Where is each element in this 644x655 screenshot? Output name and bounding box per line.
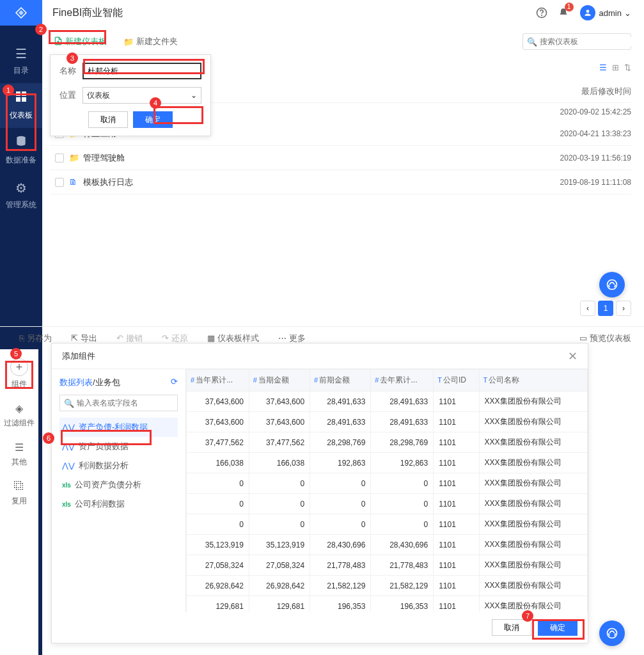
datasource-item[interactable]: xls公司利润数据 bbox=[59, 494, 178, 514]
add-component-button[interactable]: + 组件 bbox=[3, 358, 35, 390]
list-view-icon[interactable]: ☰ bbox=[599, 63, 607, 72]
page-current[interactable]: 1 bbox=[598, 301, 613, 316]
datasource-item[interactable]: ⋀⋁资产负债-利润数据 bbox=[59, 418, 178, 437]
sidebar-item-catalog[interactable]: ☰ 目录 bbox=[0, 38, 42, 83]
type-icon: # bbox=[253, 376, 257, 384]
table-cell: 1101 bbox=[434, 535, 479, 555]
modal-cancel-button[interactable]: 取消 bbox=[492, 619, 531, 636]
undo-button[interactable]: ↶撤销 bbox=[116, 333, 143, 344]
table-cell: 1101 bbox=[434, 576, 479, 596]
new-folder-button[interactable]: 📁 新建文件夹 bbox=[120, 33, 182, 50]
table-row[interactable]: 00001101XXX集团股份有限公司 bbox=[187, 514, 588, 535]
table-cell: XXX集团股份有限公司 bbox=[479, 432, 587, 453]
reuse-button[interactable]: ⿻ 复用 bbox=[3, 479, 35, 507]
datasource-item[interactable]: xls公司资产负债分析 bbox=[59, 475, 178, 494]
search-box[interactable]: 🔍 bbox=[522, 33, 631, 50]
checkbox[interactable] bbox=[55, 178, 64, 187]
help-icon[interactable] bbox=[533, 4, 551, 22]
table-row[interactable]: 37,643,60037,643,60028,491,63328,491,633… bbox=[187, 412, 588, 432]
notification-badge: 1 bbox=[565, 3, 574, 12]
redo-button[interactable]: ↷还原 bbox=[162, 333, 188, 344]
table-row[interactable]: 166,038166,038192,863192,8631101XXX集团股份有… bbox=[187, 453, 588, 473]
app-title: FineBI商业智能 bbox=[52, 6, 123, 20]
export-button[interactable]: ⇱导出 bbox=[71, 333, 97, 344]
table-row[interactable]: 27,058,32427,058,32421,778,48321,778,483… bbox=[187, 555, 588, 576]
modal-ok-button[interactable]: 确定 bbox=[538, 619, 577, 636]
table-cell: 0 bbox=[187, 514, 249, 535]
type-icon: T bbox=[483, 376, 488, 384]
app-logo[interactable] bbox=[0, 0, 42, 26]
table-cell: 129,681 bbox=[187, 596, 249, 613]
cancel-button[interactable]: 取消 bbox=[88, 111, 128, 128]
table-row[interactable]: 00001101XXX集团股份有限公司 bbox=[187, 473, 588, 494]
search-input[interactable] bbox=[540, 37, 636, 46]
support-fab[interactable] bbox=[599, 272, 625, 297]
other-button[interactable]: ☰ 其他 bbox=[3, 440, 35, 468]
table-cell: 28,491,633 bbox=[371, 412, 434, 432]
more-button[interactable]: ⋯更多 bbox=[278, 333, 306, 344]
ok-button[interactable]: 确定 bbox=[133, 111, 173, 128]
table-cell: 28,491,633 bbox=[371, 391, 434, 412]
sidebar-item-admin[interactable]: ⚙ 管理系统 bbox=[0, 173, 42, 217]
new-dashboard-button[interactable]: 新建仪表板 bbox=[50, 33, 111, 50]
page-prev[interactable]: ‹ bbox=[580, 301, 595, 316]
table-row[interactable]: 00001101XXX集团股份有限公司 bbox=[187, 494, 588, 514]
column-header[interactable]: #去年累计... bbox=[371, 370, 434, 391]
table-cell: 196,353 bbox=[371, 596, 434, 613]
file-time: 2019-08-19 11:11:08 bbox=[560, 178, 631, 187]
column-header[interactable]: #当年累计... bbox=[187, 370, 249, 391]
table-row[interactable]: 26,928,64226,928,64221,582,12921,582,129… bbox=[187, 576, 588, 596]
location-select[interactable]: 仪表板 ⌄ bbox=[82, 87, 201, 104]
table-cell: 196,353 bbox=[310, 596, 371, 613]
datasource-item[interactable]: ⋀⋁资产负债数据 bbox=[59, 437, 178, 456]
filter-component-button[interactable]: ◈ 过滤组件 bbox=[3, 401, 35, 429]
data-list-link[interactable]: 数据列表 bbox=[59, 377, 93, 387]
datasource-label: 利润数据分析 bbox=[79, 460, 129, 471]
file-name: 管理驾驶舱 bbox=[83, 152, 560, 164]
table-row[interactable]: 37,477,56237,477,56228,298,76928,298,769… bbox=[187, 432, 588, 453]
file-row[interactable]: 🗎模板执行日志2019-08-19 11:11:08 bbox=[50, 170, 631, 194]
dashboard-name-input[interactable] bbox=[82, 63, 201, 79]
table-cell: 37,643,600 bbox=[249, 391, 310, 412]
table-cell: 1101 bbox=[434, 555, 479, 576]
table-cell: 21,778,483 bbox=[310, 555, 371, 576]
type-icon: # bbox=[314, 376, 318, 384]
redo-icon: ↷ bbox=[162, 333, 169, 343]
sidebar-item-data[interactable]: 数据准备 bbox=[0, 128, 42, 173]
table-cell: 27,058,324 bbox=[187, 555, 249, 576]
style-button[interactable]: ▦仪表板样式 bbox=[207, 333, 259, 344]
refresh-icon[interactable]: ⟳ bbox=[171, 377, 178, 386]
table-cell: 1101 bbox=[434, 514, 479, 535]
file-row[interactable]: 📁管理驾驶舱2020-03-19 11:56:19 bbox=[50, 146, 631, 170]
table-cell: 1101 bbox=[434, 391, 479, 412]
sort-icon[interactable]: ⇅ bbox=[624, 63, 631, 72]
save-icon: ⎘ bbox=[19, 333, 24, 343]
table-row[interactable]: 35,123,91935,123,91928,430,69628,430,696… bbox=[187, 535, 588, 555]
user-menu[interactable]: admin ⌄ bbox=[580, 5, 631, 20]
table-cell: 21,582,129 bbox=[371, 576, 434, 596]
biz-package-link[interactable]: 业务包 bbox=[95, 377, 120, 387]
type-icon: # bbox=[375, 376, 379, 384]
page-next[interactable]: › bbox=[616, 301, 631, 316]
chart-icon: ⋀⋁ bbox=[62, 423, 75, 432]
notification-icon[interactable]: 1 bbox=[554, 4, 572, 22]
support-fab[interactable] bbox=[599, 620, 625, 646]
checkbox[interactable] bbox=[55, 154, 64, 162]
column-header[interactable]: #当期金额 bbox=[249, 370, 310, 391]
table-cell: 28,298,769 bbox=[371, 432, 434, 453]
table-row[interactable]: 37,643,60037,643,60028,491,63328,491,633… bbox=[187, 391, 588, 412]
saveas-button[interactable]: ⎘另存为 bbox=[19, 333, 52, 344]
column-header[interactable]: T公司名称 bbox=[479, 370, 587, 391]
svg-rect-6 bbox=[22, 97, 26, 102]
copy-icon: ⿻ bbox=[12, 479, 26, 493]
column-header[interactable]: T公司ID bbox=[434, 370, 479, 391]
table-search-input[interactable] bbox=[77, 399, 173, 407]
table-cell: XXX集团股份有限公司 bbox=[479, 514, 587, 535]
grid-view-icon[interactable]: ⊞ bbox=[612, 63, 619, 72]
svg-rect-3 bbox=[16, 91, 20, 96]
preview-button[interactable]: ▭预览仪表板 bbox=[579, 333, 631, 344]
close-icon[interactable]: ✕ bbox=[568, 349, 577, 363]
table-search-box[interactable]: 🔍 bbox=[59, 395, 178, 411]
datasource-item[interactable]: ⋀⋁利润数据分析 bbox=[59, 456, 178, 475]
column-header[interactable]: #前期金额 bbox=[310, 370, 371, 391]
